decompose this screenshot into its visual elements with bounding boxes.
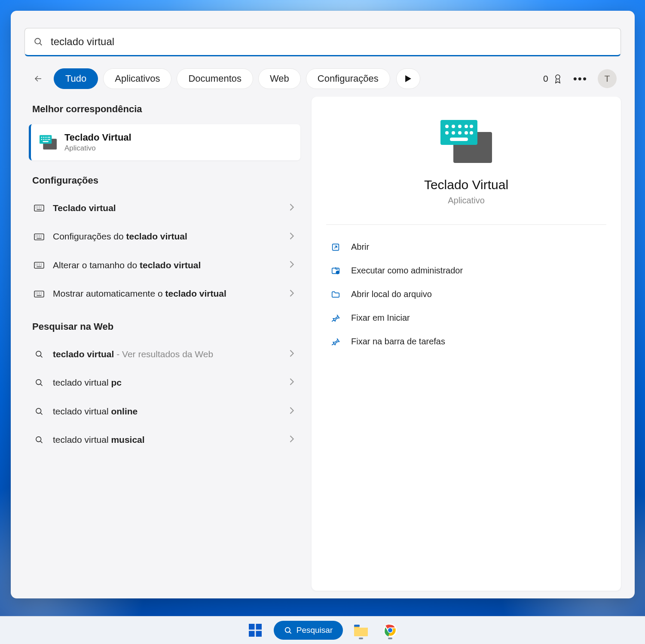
result-text: Mostrar automaticamente o teclado virtua…	[53, 287, 281, 300]
svg-point-58	[36, 380, 41, 385]
settings-result[interactable]: Configurações do teclado virtual	[29, 222, 302, 251]
svg-point-73	[458, 131, 462, 135]
svg-point-69	[465, 125, 468, 128]
action-open[interactable]: Abrir	[326, 235, 606, 259]
play-button[interactable]	[396, 68, 420, 89]
svg-point-70	[470, 125, 473, 128]
svg-line-61	[40, 413, 42, 414]
web-result[interactable]: teclado virtual - Ver resultados da Web	[29, 340, 302, 368]
filter-pill-tudo[interactable]: Tudo	[54, 68, 98, 89]
keyboard-icon	[33, 233, 45, 241]
svg-point-75	[470, 131, 473, 135]
chevron-right-icon	[289, 349, 294, 359]
best-match-header: Melhor correspondência	[29, 98, 302, 123]
best-match-type: Aplicativo	[64, 144, 131, 153]
points-count: 0	[543, 74, 548, 84]
svg-point-6	[43, 137, 45, 138]
svg-point-66	[445, 125, 449, 128]
svg-point-74	[465, 131, 468, 135]
result-text: Configurações do teclado virtual	[53, 230, 281, 243]
best-match-title: Teclado Virtual	[64, 132, 131, 143]
svg-point-0	[35, 38, 40, 44]
result-text: Alterar o tamanho do teclado virtual	[53, 259, 281, 272]
web-result[interactable]: teclado virtual pc	[29, 368, 302, 397]
chevron-right-icon	[289, 377, 294, 388]
svg-rect-86	[354, 628, 368, 636]
details-panel: Teclado Virtual Aplicativo AbrirExecutar…	[312, 97, 621, 591]
result-text: Teclado virtual	[53, 202, 281, 215]
settings-result[interactable]: Teclado virtual	[29, 194, 302, 222]
chevron-right-icon	[289, 406, 294, 417]
action-label: Abrir local do arquivo	[351, 289, 432, 299]
toolbar: TudoAplicativosDocumentosWebConfiguraçõe…	[11, 66, 635, 97]
web-result[interactable]: teclado virtual musical	[29, 426, 302, 454]
pin-icon	[330, 313, 342, 323]
svg-rect-80	[249, 624, 255, 630]
svg-line-59	[40, 384, 42, 386]
chevron-right-icon	[289, 289, 294, 299]
action-folder[interactable]: Abrir local do arquivo	[326, 282, 606, 306]
keyboard-app-icon	[40, 134, 57, 151]
settings-header: Configurações	[29, 162, 302, 194]
svg-rect-15	[43, 141, 49, 142]
chevron-right-icon	[289, 435, 294, 445]
svg-rect-76	[450, 138, 468, 141]
search-window: TudoAplicativosDocumentosWebConfiguraçõe…	[11, 11, 635, 598]
pin-icon	[330, 337, 342, 347]
svg-point-90	[388, 628, 392, 632]
filter-pill-documentos[interactable]: Documentos	[177, 68, 253, 89]
divider	[326, 224, 606, 225]
taskbar-file-explorer[interactable]	[350, 619, 372, 641]
keyboard-icon	[33, 204, 45, 212]
open-icon	[330, 242, 342, 252]
svg-line-1	[40, 43, 42, 46]
svg-point-11	[43, 139, 45, 140]
chevron-right-icon	[289, 203, 294, 213]
filter-pills: TudoAplicativosDocumentosWebConfiguraçõe…	[54, 68, 390, 89]
svg-line-57	[40, 356, 42, 357]
taskbar: Pesquisar	[0, 616, 645, 644]
action-label: Abrir	[351, 242, 369, 252]
filter-pill-aplicativos[interactable]: Aplicativos	[103, 68, 171, 89]
back-button[interactable]	[29, 69, 48, 88]
details-title: Teclado Virtual	[424, 178, 508, 192]
more-button[interactable]: •••	[573, 72, 587, 86]
svg-point-62	[36, 437, 41, 442]
svg-point-56	[36, 351, 41, 356]
action-admin[interactable]: Executar como administrador	[326, 259, 606, 282]
svg-point-71	[445, 131, 449, 135]
best-match-result[interactable]: Teclado Virtual Aplicativo	[29, 124, 300, 160]
action-pin[interactable]: Fixar em Iniciar	[326, 306, 606, 330]
keyboard-app-icon-large	[440, 120, 492, 163]
svg-rect-81	[256, 624, 262, 630]
result-text: teclado virtual - Ver resultados da Web	[53, 348, 281, 361]
rewards-points[interactable]: 0	[543, 74, 563, 84]
chevron-right-icon	[289, 232, 294, 242]
taskbar-search-button[interactable]: Pesquisar	[274, 621, 343, 640]
taskbar-chrome[interactable]	[379, 619, 401, 641]
filter-pill-web[interactable]: Web	[258, 68, 301, 89]
svg-point-84	[285, 627, 290, 632]
svg-point-9	[49, 137, 50, 138]
start-button[interactable]	[244, 619, 267, 641]
svg-line-63	[40, 442, 42, 443]
svg-point-79	[336, 270, 339, 274]
user-avatar[interactable]: T	[598, 69, 617, 88]
svg-point-67	[452, 125, 455, 128]
settings-result[interactable]: Alterar o tamanho do teclado virtual	[29, 251, 302, 279]
web-result[interactable]: teclado virtual online	[29, 397, 302, 426]
svg-point-60	[36, 408, 41, 414]
keyboard-icon	[33, 290, 45, 298]
search-icon	[33, 435, 45, 444]
action-pin[interactable]: Fixar na barra de tarefas	[326, 330, 606, 353]
svg-point-8	[48, 137, 49, 138]
svg-point-12	[46, 139, 47, 140]
search-bar[interactable]	[24, 28, 621, 56]
search-icon	[34, 37, 43, 46]
svg-point-72	[452, 131, 455, 135]
search-input[interactable]	[51, 36, 612, 48]
settings-result[interactable]: Mostrar automaticamente o teclado virtua…	[29, 279, 302, 308]
filter-pill-configurações[interactable]: Configurações	[306, 68, 390, 89]
result-text: teclado virtual online	[53, 405, 281, 418]
search-icon	[33, 378, 45, 387]
